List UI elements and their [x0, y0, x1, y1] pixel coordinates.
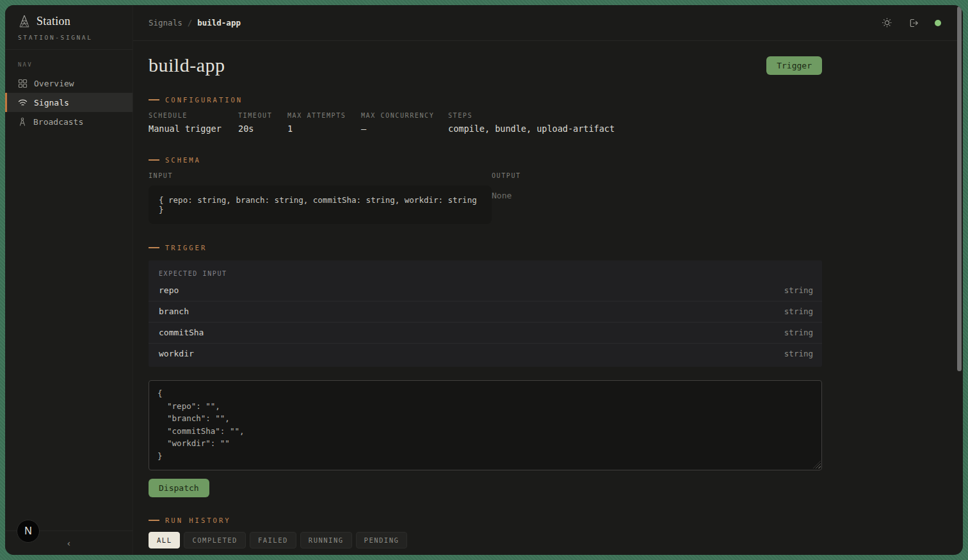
antenna-icon	[18, 117, 27, 127]
input-field-type: string	[784, 307, 813, 316]
sidebar-item-broadcasts[interactable]: Broadcasts	[5, 112, 133, 131]
filter-failed[interactable]: FAILED	[250, 532, 296, 548]
schema-input-label: INPUT	[149, 172, 492, 179]
payload-json-editor[interactable]: { "repo": "", "branch": "", "commitSha":…	[149, 380, 822, 470]
filter-running[interactable]: RUNNING	[300, 532, 352, 548]
input-field-name: branch	[159, 307, 189, 316]
input-field-type: string	[784, 285, 813, 295]
run-history-section-header: RUN HISTORY	[149, 516, 822, 524]
schema-input-code: { repo: string, branch: string, commitSh…	[149, 186, 492, 224]
filter-completed[interactable]: COMPLETED	[184, 532, 245, 548]
configuration-section-header: CONFIGURATION	[149, 96, 822, 104]
section-title: TRIGGER	[165, 244, 207, 252]
trigger-section-header: TRIGGER	[149, 244, 822, 252]
run-history-filters: ALL COMPLETED FAILED RUNNING PENDING	[149, 532, 822, 548]
field-label: MAX ATTEMPTS	[287, 112, 361, 119]
expected-input-row: branch string	[149, 301, 822, 321]
breadcrumb-current: build-app	[197, 18, 241, 28]
expected-input-row: workdir string	[149, 343, 822, 364]
brand-block: Station STATION-SIGNAL	[5, 5, 133, 49]
wifi-icon	[18, 99, 28, 107]
brand-name: Station	[36, 15, 70, 28]
brand-subtitle: STATION-SIGNAL	[18, 34, 120, 41]
field-value: 20s	[238, 124, 287, 134]
sidebar-item-label: Broadcasts	[33, 117, 83, 127]
avatar[interactable]: N	[17, 520, 40, 543]
section-title: CONFIGURATION	[165, 96, 243, 104]
filter-pending[interactable]: PENDING	[356, 532, 408, 548]
breadcrumb: Signals / build-app	[149, 18, 241, 28]
page-content: build-app Trigger CONFIGURATION SCHEDULE…	[133, 41, 963, 555]
input-field-name: repo	[159, 285, 179, 295]
input-field-type: string	[784, 328, 813, 337]
input-field-name: workdir	[159, 349, 194, 358]
logout-icon[interactable]	[908, 17, 919, 29]
section-dash	[149, 247, 159, 248]
schema-output-label: OUTPUT	[492, 172, 822, 179]
section-dash	[149, 520, 159, 521]
expected-input-panel: EXPECTED INPUT repo string branch string…	[149, 260, 822, 367]
sidebar-item-label: Overview	[34, 79, 74, 88]
section-title: RUN HISTORY	[165, 516, 231, 524]
topbar: Signals / build-app	[133, 5, 963, 41]
input-field-type: string	[784, 349, 813, 358]
section-dash	[149, 159, 159, 161]
main-area: Signals / build-app	[133, 5, 963, 555]
sidebar-item-signals[interactable]: Signals	[5, 93, 133, 112]
grid-icon	[18, 79, 28, 88]
collapse-sidebar-icon[interactable]: ‹	[66, 538, 71, 548]
field-label: SCHEDULE	[149, 112, 238, 119]
schema-output-value: None	[492, 191, 822, 200]
sidebar-item-label: Signals	[34, 98, 69, 108]
field-label: TIMEOUT	[238, 112, 287, 119]
expected-input-row: commitSha string	[149, 322, 822, 342]
configuration-fields: SCHEDULE Manual trigger TIMEOUT 20s MAX …	[149, 112, 822, 134]
input-field-name: commitSha	[159, 328, 204, 337]
sidebar: Station STATION-SIGNAL NAV Overview	[5, 5, 133, 555]
nav-section-label: NAV	[5, 50, 133, 74]
field-label: MAX CONCURRENCY	[361, 112, 448, 119]
tower-logo-icon	[18, 14, 31, 28]
expected-input-row: repo string	[149, 280, 822, 300]
schema-section-header: SCHEMA	[149, 156, 822, 164]
vertical-scrollbar[interactable]	[957, 6, 962, 371]
dispatch-button[interactable]: Dispatch	[149, 479, 209, 497]
section-dash	[149, 99, 159, 100]
field-value: Manual trigger	[149, 124, 238, 134]
field-value: 1	[287, 124, 361, 134]
filter-all[interactable]: ALL	[149, 532, 180, 548]
breadcrumb-parent[interactable]: Signals	[149, 18, 182, 28]
sidebar-footer: N ‹	[5, 531, 133, 555]
connection-status-dot	[935, 20, 941, 26]
sidebar-item-overview[interactable]: Overview	[5, 74, 133, 93]
section-title: SCHEMA	[165, 156, 201, 164]
breadcrumb-separator: /	[188, 18, 193, 28]
page-title: build-app	[149, 54, 225, 76]
trigger-button[interactable]: Trigger	[766, 56, 822, 75]
field-value: compile, bundle, upload-artifact	[448, 124, 822, 134]
theme-toggle-sun-icon[interactable]	[881, 17, 892, 29]
expected-input-label: EXPECTED INPUT	[149, 270, 822, 280]
field-label: STEPS	[448, 112, 822, 119]
app-window: Station STATION-SIGNAL NAV Overview	[5, 5, 963, 555]
field-value: —	[361, 124, 448, 134]
